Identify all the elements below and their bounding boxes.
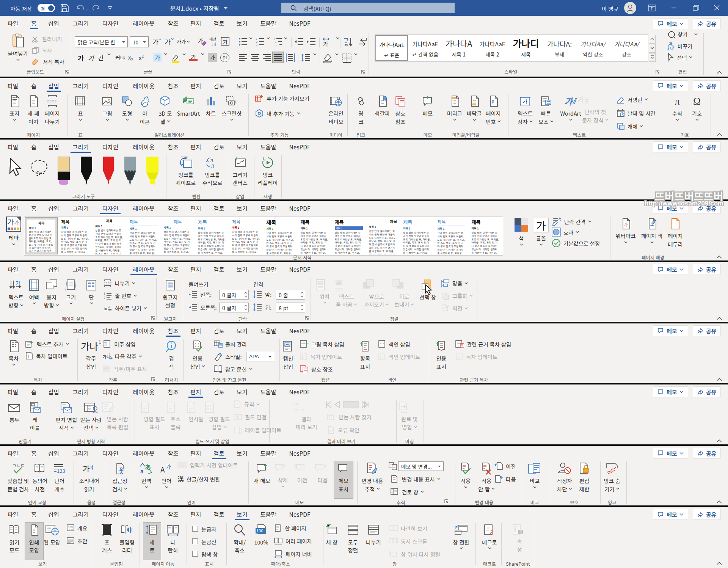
svg-text:가: 가 [16,279,20,287]
svg-text:a: a [140,467,143,475]
svg-text:123: 123 [57,467,65,474]
svg-text:π: π [210,157,213,163]
svg-text:i: i [171,340,172,345]
svg-text:!: ! [302,353,303,361]
svg-text:2: 2 [104,295,105,300]
svg-text:ㄱㄴㄷ: ㄱㄴㄷ [293,406,305,413]
svg-text:100: 100 [256,529,263,533]
svg-text:가: 가 [565,96,573,107]
svg-text:川: 川 [212,41,216,47]
svg-text:가: 가 [166,463,171,471]
svg-text:!: ! [27,353,29,360]
svg-text:[i]: [i] [104,342,107,345]
svg-text:(–): (–) [195,341,199,347]
svg-text:!: ! [457,353,459,361]
svg-text:π: π [211,162,215,169]
svg-text:!: ! [380,353,381,361]
svg-text:가: 가 [577,95,584,105]
svg-text:3: 3 [256,43,257,46]
svg-text:가: 가 [323,40,328,47]
svg-text:가: 가 [623,221,628,228]
svg-text:i: i [276,43,277,46]
svg-text:A: A [160,464,165,474]
svg-text:S: S [520,530,522,534]
svg-text:가: 가 [83,463,89,474]
svg-text:?: ? [236,401,238,407]
svg-text:ㄱㄴㄷ: ㄱㄴㄷ [12,463,25,468]
svg-text:가: 가 [522,97,527,105]
svg-text:#: # [491,98,494,105]
svg-text:a-: a- [108,304,111,309]
